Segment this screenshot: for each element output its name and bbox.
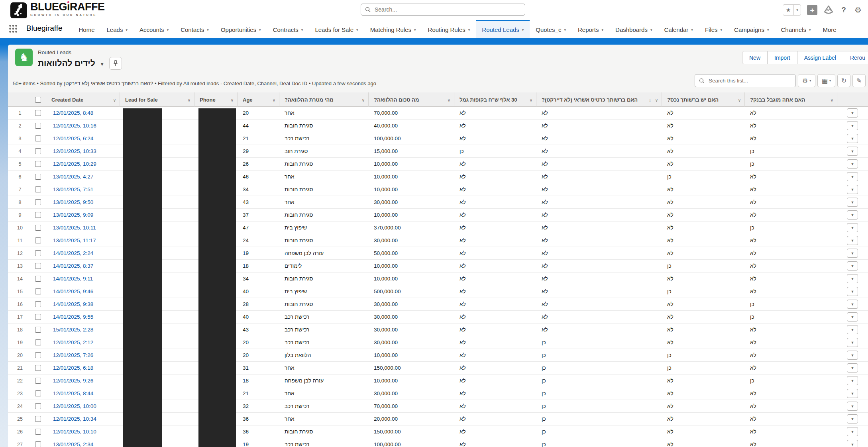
column-header-item[interactable]: האם ברשותך כרטיס אשראי (לא דיירקט)?↓∨ [536,92,662,107]
created-date-link[interactable]: 12/01/2025, 10:33 [53,148,96,154]
row-actions-button[interactable]: ▼ [847,389,858,398]
row-checkbox[interactable] [35,352,41,358]
created-date-link[interactable]: 12/01/2025, 8:48 [53,110,93,116]
nav-item-quotes-c[interactable]: Quotes_c▾ [530,20,572,38]
row-actions-button[interactable]: ▼ [847,147,858,156]
trailhead-icon[interactable] [823,5,834,15]
created-date-link[interactable]: 13/01/2025, 9:09 [53,212,93,218]
created-date-link[interactable]: 14/01/2025, 9:11 [53,276,93,282]
app-name[interactable]: Bluegiraffe [26,24,63,38]
created-date-link[interactable]: 14/01/2025, 9:38 [53,301,93,307]
created-date-link[interactable]: 12/01/2025, 10:29 [53,161,96,167]
created-date-link[interactable]: 12/01/2025, 8:44 [53,390,93,396]
row-actions-button[interactable]: ▼ [847,249,858,258]
row-checkbox[interactable] [35,135,41,141]
row-actions-button[interactable]: ▼ [847,312,858,322]
column-header-item[interactable]: מהי מטרת ההלוואה?∨ [279,92,368,107]
row-actions-button[interactable]: ▼ [847,223,858,232]
row-actions-button[interactable]: ▼ [847,172,858,181]
row-actions-button[interactable]: ▼ [847,198,858,207]
rerou-button[interactable]: Rerou [843,51,868,64]
row-checkbox[interactable] [35,301,41,307]
row-checkbox[interactable] [35,148,41,154]
created-date-link[interactable]: 13/01/2025, 7:51 [53,186,93,192]
row-actions-button[interactable]: ▼ [847,274,858,283]
nav-item-calendar[interactable]: Calendar▾ [658,20,699,38]
created-date-link[interactable]: 12/01/2025, 10:34 [53,416,96,422]
created-date-link[interactable]: 12/01/2025, 6:18 [53,365,93,371]
row-actions-button[interactable]: ▼ [847,108,858,118]
created-date-link[interactable]: 12/01/2025, 10:00 [53,403,96,409]
app-launcher-waffle-icon[interactable] [9,24,18,33]
nav-item-dashboards[interactable]: Dashboards▾ [609,20,658,38]
nav-item-channels[interactable]: Channels▾ [775,20,817,38]
display-as-button[interactable]: ▦▾ [817,74,835,87]
column-header-age[interactable]: Age∨ [237,92,279,107]
edit-button[interactable]: ✎ [852,74,866,87]
row-checkbox[interactable] [35,327,41,333]
global-search-input[interactable] [374,6,521,13]
column-header-item[interactable]: מה סכום ההלוואה?∨ [368,92,454,107]
favorites-dropdown-icon[interactable]: ▾ [794,5,801,15]
row-checkbox[interactable] [35,390,41,396]
created-date-link[interactable]: 12/01/2025, 6:24 [53,135,93,141]
column-header-created-date[interactable]: Created Date∨ [46,92,120,107]
favorites-star-icon[interactable]: ★ [783,5,794,15]
column-header-item[interactable]: האם יש ברשותך נכס?∨ [662,92,744,107]
created-date-link[interactable]: 14/01/2025, 2:24 [53,250,93,256]
created-date-link[interactable]: 13/01/2025, 4:27 [53,174,93,180]
row-checkbox[interactable] [35,123,41,129]
nav-item-leads[interactable]: Leads▾ [101,20,134,38]
created-date-link[interactable]: 14/01/2025, 8:37 [53,263,93,269]
row-checkbox[interactable] [35,288,41,294]
created-date-link[interactable]: 14/01/2025, 9:55 [53,314,93,320]
row-actions-button[interactable]: ▼ [847,236,858,245]
row-checkbox[interactable] [35,110,41,116]
row-checkbox[interactable] [35,276,41,282]
global-search[interactable] [361,4,525,16]
row-actions-button[interactable]: ▼ [847,121,858,130]
row-actions-button[interactable]: ▼ [847,338,858,347]
row-checkbox[interactable] [35,212,41,218]
created-date-link[interactable]: 15/01/2025, 2:28 [53,327,93,333]
setup-gear-icon[interactable]: ⚙ [854,5,862,15]
nav-item-routed-leads[interactable]: Routed Leads▾ [476,20,530,38]
row-actions-button[interactable]: ▼ [847,210,858,220]
favorites-split-button[interactable]: ★ ▾ [783,4,801,16]
created-date-link[interactable]: 12/01/2025, 2:12 [53,339,93,345]
created-date-link[interactable]: 12/01/2025, 7:26 [53,352,93,358]
refresh-button[interactable]: ↻ [837,74,850,87]
column-header-lead-for-sale[interactable]: Lead for Sale∨ [120,92,194,107]
row-checkbox[interactable] [35,263,41,269]
row-actions-button[interactable]: ▼ [847,376,858,385]
created-date-link[interactable]: 12/01/2025, 10:16 [53,123,96,129]
nav-item-opportunities[interactable]: Opportunities▾ [215,20,267,38]
new-button[interactable]: New [742,51,768,64]
row-checkbox[interactable] [35,378,41,384]
row-checkbox[interactable] [35,314,41,320]
column-header-phone[interactable]: Phone∨ [194,92,237,107]
row-checkbox[interactable] [35,365,41,371]
nav-item-matching-rules[interactable]: Matching Rules▾ [364,20,422,38]
row-actions-button[interactable]: ▼ [847,414,858,423]
row-checkbox[interactable] [35,250,41,256]
row-actions-button[interactable]: ▼ [847,402,858,411]
row-checkbox[interactable] [35,174,41,180]
row-actions-button[interactable]: ▼ [847,134,858,143]
row-checkbox[interactable] [35,225,41,231]
list-view-controls-button[interactable]: ⚙▾ [798,74,815,87]
nav-item-more[interactable]: More [817,20,842,38]
help-icon[interactable]: ? [840,6,848,14]
quick-add-icon[interactable]: + [807,5,817,15]
created-date-link[interactable]: 14/01/2025, 9:46 [53,288,93,294]
nav-item-campaigns[interactable]: Campaigns▾ [728,20,775,38]
import-button[interactable]: Import [768,51,797,64]
row-checkbox[interactable] [35,416,41,422]
row-actions-button[interactable]: ▼ [847,287,858,296]
select-all-checkbox[interactable] [35,97,41,103]
row-checkbox[interactable] [35,429,41,435]
nav-item-routing-rules[interactable]: Routing Rules▾ [422,20,476,38]
row-actions-button[interactable]: ▼ [847,363,858,372]
nav-item-contracts[interactable]: Contracts▾ [267,20,309,38]
created-date-link[interactable]: 13/01/2025, 2:34 [53,441,93,447]
